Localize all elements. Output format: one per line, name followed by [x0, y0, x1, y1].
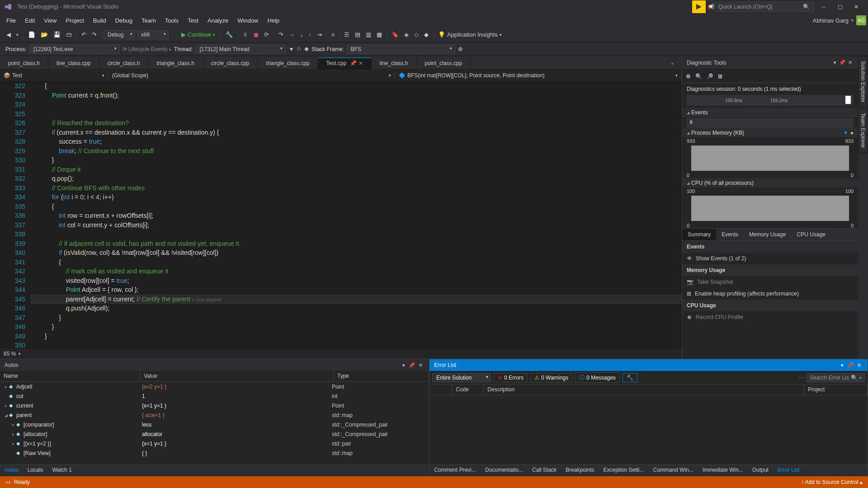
diag-close-icon[interactable]: ✕ — [847, 60, 854, 66]
menu-test[interactable]: Test — [183, 15, 203, 26]
add-source-control[interactable]: ↑ Add to Source Control ▴ — [801, 479, 863, 485]
menu-debug[interactable]: Debug — [111, 15, 137, 26]
error-scope-select[interactable]: Entire Solution — [432, 373, 491, 382]
quick-launch-input[interactable]: Quick Launch (Ctrl+Q)🔍 — [714, 2, 814, 12]
diag-events-section[interactable]: Events — [682, 108, 858, 118]
diag-settings-icon[interactable]: ⚙ — [686, 73, 691, 80]
solution-explorer-tab[interactable]: Solution Explorer — [858, 56, 868, 107]
diag-pin-icon[interactable]: 📌 — [838, 60, 847, 66]
insights-button[interactable]: 💡 Application Insights ▾ — [435, 30, 505, 39]
user-dropdown-icon[interactable]: ▾ — [851, 18, 854, 23]
warnings-chip[interactable]: ⚠0 Warnings — [530, 373, 572, 382]
autos-pin-icon[interactable]: 📌 — [407, 362, 417, 368]
menu-view[interactable]: View — [39, 15, 61, 26]
pause-icon[interactable]: ⏸ — [240, 30, 251, 39]
code-editor[interactable]: 3223233243253263273283293303313323333343… — [0, 81, 682, 348]
redo-icon[interactable]: ↷ — [89, 30, 99, 39]
messages-chip[interactable]: ⓘ0 Messages — [575, 372, 620, 383]
diag-zoomout-icon[interactable]: 🔎 — [707, 73, 713, 80]
bm-icon-2[interactable]: ◈ — [401, 30, 411, 39]
err-dropdown-icon[interactable]: ▾ — [839, 362, 845, 368]
diag-zoomin-icon[interactable]: 🔍 — [695, 73, 702, 80]
menu-build[interactable]: Build — [89, 15, 111, 26]
file-tab[interactable]: triangle_class.h — [148, 57, 203, 69]
bottom-tab[interactable]: Error List — [773, 465, 804, 476]
autos-row[interactable]: ◢◆parent{ size=1 }std::map — [0, 410, 429, 420]
autos-close-icon[interactable]: ✕ — [417, 362, 425, 368]
process-select[interactable]: [12260] Test.exe — [29, 45, 120, 54]
menu-window[interactable]: Window — [233, 15, 263, 26]
nav-symbol[interactable]: 🔷 BFS(int mat[ROW][COL], Point source, P… — [395, 72, 682, 79]
diag-reset-icon[interactable]: ⊞ — [718, 73, 722, 80]
bottom-tab[interactable]: Output — [748, 465, 773, 476]
restart-icon[interactable]: ⟳ — [261, 30, 272, 39]
diag-cpu-section[interactable]: CPU (% of all processors) — [682, 178, 858, 188]
lifecycle-icon[interactable]: ⟳ Lifecycle Events ▾ — [123, 46, 171, 52]
autos-row[interactable]: ▸◆Adjcell{x=2 y=1 }Point — [0, 382, 429, 391]
step-icon-5[interactable]: ⇥ — [314, 30, 325, 39]
config-select[interactable]: Debug — [104, 30, 135, 39]
diag-tab[interactable]: CPU Usage — [791, 229, 830, 240]
autos-row[interactable]: ▸◆[comparator]lessstd::_Compressed_pair — [0, 420, 429, 429]
zoom-level[interactable]: 65 % — [4, 351, 16, 357]
autos-row[interactable]: ▸◆current{x=1 y=1 }Point — [0, 401, 429, 410]
build-filter-chip[interactable]: 🔨 — [623, 373, 637, 382]
step-into-icon[interactable]: → — [286, 30, 297, 39]
tab-overflow-icon[interactable]: ▾ — [661, 57, 682, 69]
bottom-tab[interactable]: Documentatio... — [481, 465, 528, 476]
stop-icon[interactable]: ◼ — [251, 30, 261, 39]
forward-icon[interactable]: ▾ — [14, 31, 21, 38]
record-cpu-link[interactable]: ⏺Record CPU Profile — [682, 311, 858, 323]
user-avatar[interactable]: AG — [856, 15, 866, 25]
step-icon-1[interactable]: ↷ — [276, 30, 286, 39]
nav-project[interactable]: 📦 Test▾ — [0, 72, 108, 79]
save-all-icon[interactable]: 🗃 — [63, 30, 75, 39]
diag-memory-section[interactable]: Process Memory (KB)▼● — [682, 128, 858, 138]
diag-dropdown-icon[interactable]: ▾ — [832, 60, 838, 66]
bottom-tab[interactable]: Locals — [23, 465, 48, 476]
menu-help[interactable]: Help — [263, 15, 284, 26]
thread-select[interactable]: [17312] Main Thread — [195, 45, 286, 54]
file-tab[interactable]: circle_class.cpp — [203, 57, 258, 69]
autos-row[interactable]: ▸◆[{x=1 y=2 }]{x=1 y=1 }std::pair — [0, 439, 429, 448]
hex-icon[interactable]: ⌗ — [329, 30, 337, 40]
bottom-tab[interactable]: Immediate Win... — [698, 465, 748, 476]
menu-analyze[interactable]: Analyze — [203, 15, 233, 26]
notification-flag-icon[interactable] — [692, 0, 706, 13]
nav-scope[interactable]: (Global Scope)▾ — [108, 72, 395, 79]
bottom-tab[interactable]: Exception Setti... — [599, 465, 648, 476]
filter-icon-3[interactable]: ✱ — [304, 46, 309, 52]
menu-project[interactable]: Project — [61, 15, 88, 26]
bm-icon-4[interactable]: ◆ — [421, 30, 431, 39]
show-events-link[interactable]: 👁Show Events (1 of 2) — [682, 253, 858, 264]
diag-tab[interactable]: Summary — [682, 229, 716, 240]
indent-icon[interactable]: ☰ — [341, 30, 352, 39]
feedback-icon[interactable]: 📢 — [708, 4, 714, 10]
stack-select[interactable]: BFS — [347, 45, 455, 54]
take-snapshot-link[interactable]: 📷Take Snapshot — [682, 276, 858, 288]
bottom-tab[interactable]: Breakpoints — [561, 465, 599, 476]
bm-icon-3[interactable]: ◇ — [411, 30, 421, 39]
save-icon[interactable]: 💾 — [51, 30, 63, 39]
step-out-icon[interactable]: ↑ — [306, 30, 315, 39]
menu-tools[interactable]: Tools — [160, 15, 183, 26]
filter-icon-1[interactable]: ▼ — [288, 46, 294, 52]
bottom-tab[interactable]: Comment Previ... — [429, 465, 481, 476]
user-name[interactable]: Abhinav Garg — [810, 17, 852, 24]
maximize-button[interactable]: ▢ — [832, 0, 848, 13]
file-tab[interactable]: circle_class.h — [99, 57, 148, 69]
err-close-icon[interactable]: ✕ — [855, 362, 863, 368]
autos-row[interactable]: ◆col1int — [0, 391, 429, 401]
filter-icon-2[interactable]: ⚐ — [297, 46, 302, 52]
continue-button[interactable]: ▶ Continue ▾ — [178, 31, 219, 38]
comment-icon[interactable]: ▤ — [352, 30, 363, 39]
undo-icon[interactable]: ↶ — [79, 30, 89, 39]
close-button[interactable]: ✕ — [848, 0, 864, 13]
menu-file[interactable]: File — [2, 15, 20, 26]
format-icon[interactable]: ▦ — [374, 30, 385, 39]
bottom-tab[interactable]: Call Stack — [528, 465, 561, 476]
autos-row[interactable]: ◆[Raw View]{ }std::map — [0, 448, 429, 458]
minimize-button[interactable]: ─ — [816, 0, 832, 13]
menu-team[interactable]: Team — [137, 15, 160, 26]
autos-table[interactable]: ▸◆Adjcell{x=2 y=1 }Point◆col1int▸◆curren… — [0, 382, 429, 465]
